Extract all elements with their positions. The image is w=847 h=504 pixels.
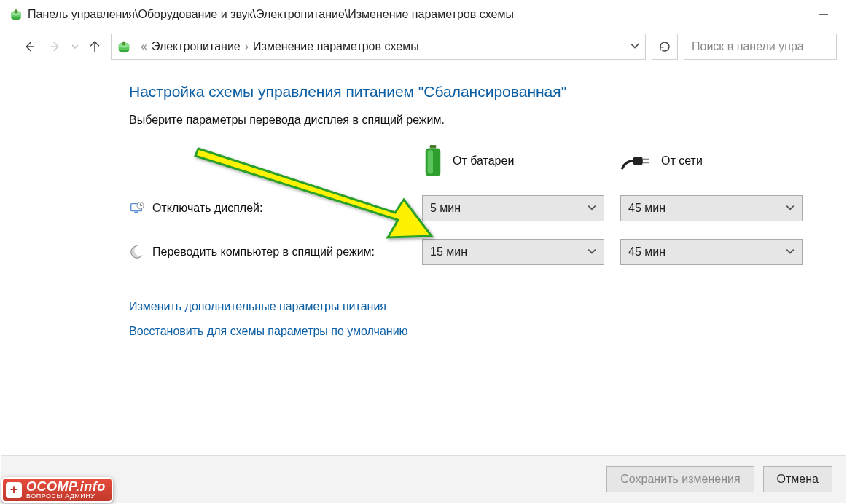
chevron-down-icon [588, 245, 596, 259]
column-header-plugged: От сети [620, 144, 803, 178]
settings-grid: От батареи От сети [129, 144, 846, 265]
cancel-button[interactable]: Отмена [763, 466, 832, 492]
svg-point-22 [134, 245, 145, 256]
combo-sleep-plugged[interactable]: 45 мин [620, 239, 803, 265]
titlebar: Панель управления\Оборудование и звук\Эл… [1, 1, 846, 26]
watermark-sub: ВОПРОСЫ АДМИНУ [26, 493, 106, 500]
row-display-off: Отключать дисплей: [129, 200, 406, 216]
combo-value: 45 мин [628, 245, 666, 259]
page-subtext: Выберите параметры перевода дисплея в сп… [129, 114, 846, 127]
chevron-down-icon [786, 202, 795, 215]
breadcrumb-separator: › [245, 40, 249, 53]
svg-rect-17 [134, 212, 138, 213]
minimize-button[interactable] [809, 6, 838, 23]
svg-rect-12 [428, 150, 433, 173]
up-button[interactable] [85, 36, 105, 57]
page-heading: Настройка схемы управления питанием "Сба… [129, 83, 846, 101]
combo-sleep-battery[interactable]: 15 мин [422, 239, 604, 265]
moon-icon [129, 244, 145, 260]
chevron-down-icon [786, 245, 795, 259]
forward-button[interactable] [45, 36, 66, 57]
svg-rect-9 [122, 42, 125, 46]
combo-display-off-plugged[interactable]: 45 мин [620, 195, 803, 221]
address-dropdown-icon[interactable] [631, 40, 639, 53]
nav-row: « Электропитание › Изменение параметров … [1, 26, 846, 68]
window: Панель управления\Оборудование и звук\Эл… [1, 1, 846, 503]
combo-value: 45 мин [628, 202, 666, 215]
row-display-off-label: Отключать дисплей: [152, 202, 262, 215]
monitor-clock-icon [129, 200, 145, 216]
svg-rect-13 [633, 157, 643, 165]
breadcrumb-chevron-left: « [141, 40, 147, 53]
footer: Сохранить изменения Отмена [1, 455, 846, 503]
links-area: Изменить дополнительные параметры питани… [129, 300, 846, 338]
refresh-button[interactable] [652, 34, 678, 60]
combo-value: 15 мин [430, 245, 467, 259]
svg-rect-2 [15, 9, 17, 13]
row-sleep-label: Переводить компьютер в спящий режим: [152, 245, 375, 259]
combo-display-off-battery[interactable]: 5 мин [422, 195, 604, 221]
row-sleep: Переводить компьютер в спящий режим: [129, 244, 406, 260]
combo-value: 5 мин [430, 202, 461, 215]
power-options-icon [116, 39, 132, 55]
watermark-main: OCOMP.info [26, 480, 106, 493]
watermark-plus-icon: + [6, 482, 22, 498]
search-input[interactable] [692, 40, 829, 53]
plug-icon [620, 150, 652, 172]
window-title: Панель управления\Оборудование и звук\Эл… [28, 8, 514, 21]
breadcrumb-item[interactable]: Изменение параметров схемы [253, 40, 419, 53]
watermark-badge: + OCOMP.info ВОПРОСЫ АДМИНУ [1, 477, 113, 503]
link-advanced-settings[interactable]: Изменить дополнительные параметры питани… [129, 300, 846, 313]
back-button[interactable] [19, 36, 39, 57]
column-header-battery-label: От батареи [453, 154, 514, 168]
history-dropdown[interactable] [71, 41, 79, 52]
svg-rect-10 [430, 145, 437, 148]
breadcrumb-item[interactable]: Электропитание [152, 40, 241, 53]
power-options-icon [9, 7, 23, 22]
column-header-battery: От батареи [422, 144, 604, 178]
battery-icon [422, 145, 444, 177]
search-box[interactable] [684, 34, 837, 60]
link-restore-defaults[interactable]: Восстановить для схемы параметры по умол… [129, 325, 846, 338]
save-button[interactable]: Сохранить изменения [606, 466, 754, 492]
content-area: Настройка схемы управления питанием "Сба… [1, 68, 846, 455]
address-bar[interactable]: « Электропитание › Изменение параметров … [111, 34, 646, 60]
column-header-plugged-label: От сети [661, 154, 703, 168]
chevron-down-icon [588, 202, 596, 215]
